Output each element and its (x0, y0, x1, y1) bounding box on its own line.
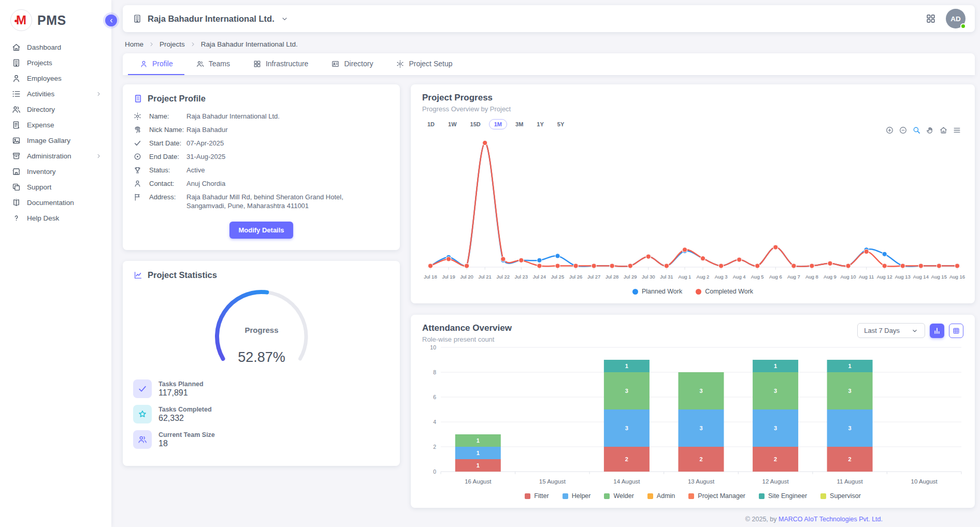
person-icon (139, 60, 148, 68)
field-label: Nick Name: (149, 125, 186, 134)
svg-text:Jul 20: Jul 20 (460, 274, 473, 280)
svg-text:0: 0 (433, 469, 436, 475)
chevron-down-icon (911, 327, 918, 334)
check-icon (133, 139, 142, 148)
attendance-bar-chart: 024681011116 August15 August233114 Augus… (422, 343, 965, 489)
legend-item[interactable]: Welder (604, 492, 633, 500)
period-dropdown[interactable]: Last 7 Days (857, 323, 925, 338)
plus-circle-icon[interactable] (885, 126, 894, 135)
svg-text:Aug 16: Aug 16 (949, 274, 965, 280)
sidebar-item[interactable]: Documentation (5, 196, 106, 209)
hand-icon[interactable] (926, 126, 934, 135)
user-avatar[interactable]: AD (946, 9, 965, 28)
app-logo[interactable]: M PMS (0, 0, 111, 38)
svg-text:3: 3 (699, 388, 702, 394)
svg-text:Aug 7: Aug 7 (787, 274, 800, 280)
building-icon (11, 58, 21, 68)
profile-field-row: Status: Active (133, 166, 390, 174)
svg-text:Jul 31: Jul 31 (660, 274, 673, 280)
legend-item[interactable]: Admin (647, 492, 675, 500)
home-icon (11, 42, 21, 52)
svg-text:3: 3 (699, 425, 702, 431)
legend-item[interactable]: Fitter (525, 492, 549, 500)
menu-icon[interactable] (953, 126, 961, 135)
sidebar-collapse-button[interactable] (105, 14, 117, 26)
sidebar-item[interactable]: Expense (5, 118, 106, 131)
shop-icon (11, 167, 21, 177)
breadcrumb-item[interactable]: Raja Bahadur International Ltd. (201, 40, 298, 48)
legend-item[interactable]: Project Manager (688, 492, 745, 500)
sidebar-item[interactable]: Inventory (5, 165, 106, 178)
range-button[interactable]: 5Y (552, 119, 569, 129)
magnifier-icon[interactable] (912, 126, 921, 135)
range-button[interactable]: 15D (465, 119, 486, 129)
legend-item[interactable]: Supervisor (820, 492, 861, 500)
legend-item[interactable]: Planned Work (632, 288, 682, 295)
legend-label: Planned Work (642, 288, 682, 295)
tab[interactable]: Directory (320, 53, 384, 75)
modify-details-button[interactable]: Modify Details (229, 222, 293, 239)
legend-item[interactable]: Site Engineer (759, 492, 807, 500)
sidebar-item[interactable]: Employees (5, 71, 106, 85)
svg-text:Aug 3: Aug 3 (715, 274, 728, 280)
range-button[interactable]: 1W (443, 119, 462, 129)
range-button[interactable]: 3M (510, 119, 528, 129)
range-button[interactable]: 1D (422, 119, 440, 129)
footer-company-link[interactable]: MARCO AIoT Technologies Pvt. Ltd. (779, 516, 883, 523)
card-title: Attendance Overview (422, 323, 512, 333)
fingerprint-icon (133, 125, 142, 134)
sidebar-item-label: Administration (27, 152, 71, 160)
profile-fields: Name: Raja Bahadur International Ltd. Ni… (133, 112, 390, 210)
book-icon (11, 198, 21, 208)
tab[interactable]: Infrastructure (241, 53, 320, 75)
field-value: Active (186, 166, 205, 174)
attendance-overview-card: Attendance Overview Role-wise present co… (411, 315, 975, 508)
svg-text:Progress: Progress (244, 326, 278, 334)
sidebar-item[interactable]: Directory (5, 103, 106, 116)
chart-view-toggle[interactable] (930, 324, 944, 338)
svg-text:1: 1 (774, 363, 777, 369)
chevron-right-icon (95, 153, 102, 159)
sidebar-item[interactable]: Projects (5, 56, 106, 69)
range-button[interactable]: 1M (489, 119, 507, 129)
progress-line-chart: Jul 18Jul 19Jul 20Jul 21Jul 22Jul 23Jul … (422, 129, 965, 285)
legend-item[interactable]: Completed Work (696, 288, 753, 295)
breadcrumb-item[interactable]: Projects (160, 40, 196, 48)
tab-label: Profile (152, 60, 173, 68)
sidebar-item[interactable]: Image Gallary (5, 134, 106, 147)
sidebar-item-label: Projects (27, 59, 52, 67)
tab[interactable]: Teams (184, 53, 241, 75)
legend-item[interactable]: Helper (563, 492, 591, 500)
copy-icon (11, 182, 21, 192)
minus-circle-icon[interactable] (899, 126, 907, 135)
svg-text:Jul 28: Jul 28 (606, 274, 618, 280)
footer-text: © 2025, by (745, 516, 779, 523)
field-value: Anuj Chordia (186, 179, 225, 188)
profile-field-row: Nick Name: Raja Bahadur (133, 125, 390, 134)
sidebar-item[interactable]: Dashboard (5, 40, 106, 54)
chart-line-icon (133, 270, 143, 280)
sidebar-item[interactable]: Administration (5, 149, 106, 163)
apps-grid-icon[interactable] (925, 13, 936, 24)
breadcrumb: Home Projects Raja Bahadur International… (123, 39, 975, 53)
company-selector[interactable]: Raja Bahadur International Ltd. (132, 13, 289, 24)
home-icon[interactable] (939, 126, 948, 135)
logo-mark-icon: M (10, 9, 32, 31)
online-status-dot (960, 23, 966, 29)
top-header: Raja Bahadur International Ltd. AD (123, 5, 975, 32)
tab[interactable]: Profile (128, 53, 184, 75)
svg-text:52.87%: 52.87% (238, 349, 285, 365)
sidebar-item[interactable]: Activities (5, 87, 106, 100)
tab[interactable]: Project Setup (384, 53, 464, 75)
svg-text:Jul 19: Jul 19 (442, 274, 455, 280)
svg-text:2: 2 (433, 444, 436, 450)
svg-text:2: 2 (699, 456, 702, 462)
line-legend: Planned Work Completed Work (422, 288, 963, 297)
breadcrumb-item[interactable]: Home (125, 40, 155, 48)
svg-text:Jul 18: Jul 18 (424, 274, 437, 280)
archive-icon (11, 151, 21, 161)
sidebar-item[interactable]: Help Desk (5, 211, 106, 225)
sidebar-item[interactable]: Support (5, 180, 106, 194)
range-button[interactable]: 1Y (531, 119, 549, 129)
table-view-toggle[interactable] (949, 324, 963, 338)
